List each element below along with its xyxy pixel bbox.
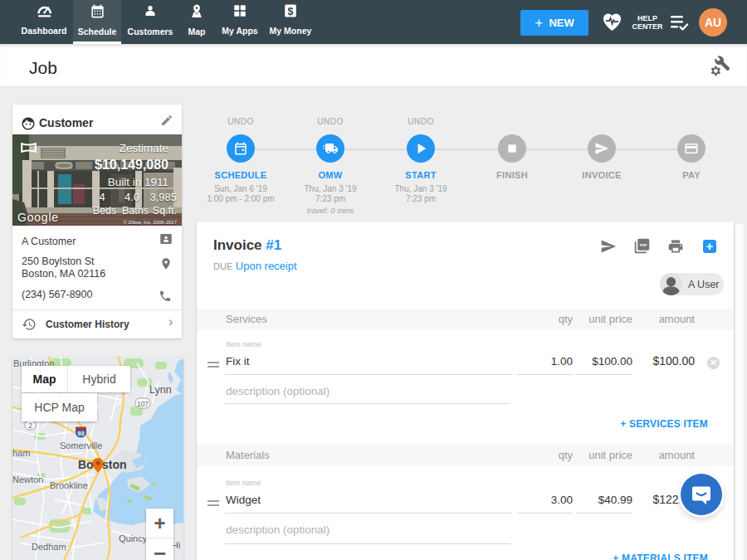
svg-text:PDF: PDF xyxy=(640,243,647,247)
svg-text:Quincy: Quincy xyxy=(119,533,148,543)
svg-text:Somerville: Somerville xyxy=(60,441,102,450)
svg-text:Dedham: Dedham xyxy=(32,542,66,552)
svg-text:$: $ xyxy=(288,6,294,17)
svg-text:2: 2 xyxy=(28,421,32,430)
svg-text:107: 107 xyxy=(137,400,149,408)
svg-text:Newton: Newton xyxy=(12,475,43,485)
svg-text:Lynn: Lynn xyxy=(149,384,172,396)
svg-text:Brookline: Brookline xyxy=(50,480,88,490)
svg-text:93: 93 xyxy=(78,431,85,436)
svg-text:ham: ham xyxy=(12,448,30,458)
svg-text:Bo: Bo xyxy=(78,458,94,471)
svg-text:ston: ston xyxy=(102,458,127,471)
